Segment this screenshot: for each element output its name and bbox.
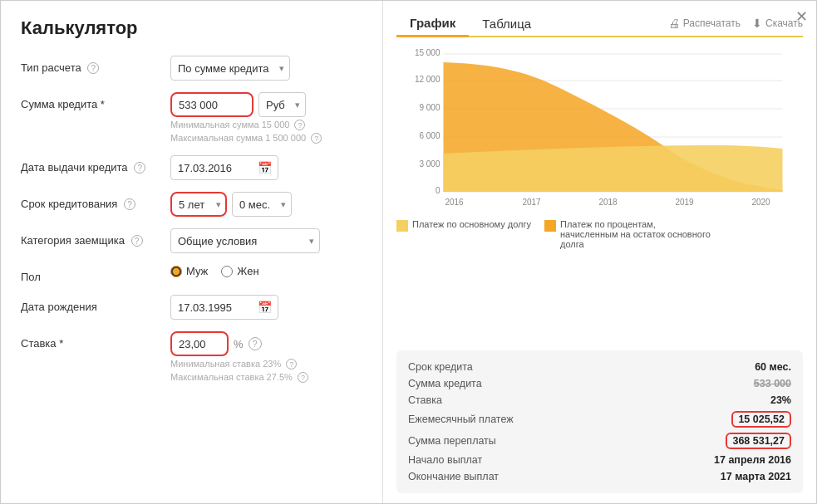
row-issue-date: Дата выдачи кредита ? 📅 — [21, 155, 362, 180]
control-loan-amount: Руб Минимальная сумма 15 000 ? Максималь… — [170, 92, 362, 144]
control-category: Общие условия — [170, 228, 362, 253]
svg-text:12 000: 12 000 — [415, 75, 440, 84]
print-button[interactable]: 🖨 Распечатать — [668, 17, 741, 30]
left-panel: Калькулятор Тип расчета ? По сумме креди… — [1, 1, 383, 503]
summary-row-1: Сумма кредита 533 000 — [408, 375, 791, 392]
label-issue-date: Дата выдачи кредита ? — [21, 155, 170, 174]
select-years[interactable]: 5 лет 1 лет 2 лет 3 лет 4 лет — [170, 192, 227, 217]
summary-label-5: Начало выплат — [408, 454, 482, 466]
issue-date-input[interactable] — [170, 155, 278, 180]
summary-label-4: Сумма переплаты — [408, 435, 496, 447]
row-calc-type: Тип расчета ? По сумме кредита — [21, 56, 362, 81]
label-birthdate: Дата рождения — [21, 295, 170, 313]
main-container: Калькулятор Тип расчета ? По сумме креди… — [0, 0, 817, 504]
label-calc-type: Тип расчета ? — [21, 56, 170, 74]
svg-text:6 000: 6 000 — [419, 131, 440, 140]
select-wrapper-years: 5 лет 1 лет 2 лет 3 лет 4 лет — [170, 192, 227, 217]
label-gender: Пол — [21, 265, 170, 283]
select-calc-type[interactable]: По сумме кредита — [170, 56, 290, 81]
radio-female[interactable]: Жен — [221, 265, 258, 277]
select-months[interactable]: 0 мес. — [232, 192, 292, 217]
hint-max-rate: Максимальная ставка 27.5% ? — [170, 372, 362, 383]
download-icon: ⬇ — [752, 17, 762, 30]
tab-chart[interactable]: График — [396, 11, 469, 37]
term-row: 5 лет 1 лет 2 лет 3 лет 4 лет 0 мес. — [170, 192, 362, 217]
tabs-row: График Таблица 🖨 Распечатать ⬇ Скачать — [396, 11, 803, 37]
legend-color-principal — [396, 220, 408, 232]
select-wrapper-currency: Руб — [258, 92, 306, 117]
help-icon-max-amount[interactable]: ? — [311, 133, 322, 144]
summary-value-4: 368 531,27 — [726, 433, 791, 449]
currency-row: Руб — [170, 92, 362, 117]
summary-value-6: 17 марта 2021 — [721, 471, 791, 482]
legend-row: Платеж по основному долгу Платеж по проц… — [396, 219, 803, 249]
label-rate: Ставка * — [21, 331, 170, 350]
control-birthdate: 📅 — [170, 295, 362, 320]
svg-text:2020: 2020 — [751, 198, 770, 207]
svg-text:2018: 2018 — [598, 198, 618, 207]
control-term: 5 лет 1 лет 2 лет 3 лет 4 лет 0 мес. — [170, 192, 362, 217]
legend-item-interest: Платеж по процентам, начисленным на оста… — [544, 219, 711, 249]
summary-value-2: 23% — [770, 394, 791, 406]
summary-row-2: Ставка 23% — [408, 392, 791, 409]
help-icon-rate-min[interactable]: ? — [286, 359, 297, 369]
label-category: Категория заемщика ? — [21, 228, 170, 247]
date-input-wrapper-issue: 📅 — [170, 155, 278, 180]
loan-amount-input[interactable] — [170, 92, 253, 117]
radio-male[interactable]: Муж — [170, 265, 208, 277]
row-category: Категория заемщика ? Общие условия — [21, 228, 362, 253]
hint-max-amount: Максимальная сумма 1 500 000 ? — [170, 133, 362, 144]
chart-svg: 15 000 12 000 9 000 6 000 3 000 0 2016 — [396, 46, 803, 212]
select-wrapper-calc-type: По сумме кредита — [170, 56, 290, 81]
tab-table[interactable]: Таблица — [469, 12, 544, 36]
percent-symbol: % — [234, 338, 244, 350]
close-button[interactable]: ✕ — [795, 7, 808, 26]
row-gender: Пол Муж Жен — [21, 265, 362, 283]
legend-color-interest — [544, 220, 556, 232]
summary-label-1: Сумма кредита — [408, 378, 482, 389]
summary-label-0: Срок кредита — [408, 361, 473, 373]
control-calc-type: По сумме кредита — [170, 56, 362, 81]
help-icon-category[interactable]: ? — [131, 235, 143, 247]
panel-title: Калькулятор — [21, 17, 362, 39]
svg-text:0: 0 — [436, 186, 440, 195]
help-icon-issue-date[interactable]: ? — [134, 162, 145, 174]
summary-row-4: Сумма переплаты 368 531,27 — [408, 430, 791, 452]
help-icon-rate[interactable]: ? — [249, 337, 262, 350]
help-icon-term[interactable]: ? — [124, 198, 135, 210]
tab-actions: 🖨 Распечатать ⬇ Скачать — [668, 17, 803, 30]
radio-male-input[interactable] — [170, 266, 182, 277]
rate-input[interactable] — [170, 331, 229, 356]
select-currency[interactable]: Руб — [258, 92, 306, 117]
right-panel: ✕ График Таблица 🖨 Распечатать ⬇ Скачать… — [383, 1, 816, 503]
row-birthdate: Дата рождения 📅 — [21, 295, 362, 320]
help-icon-min-amount[interactable]: ? — [294, 120, 305, 130]
summary-table: Срок кредита 60 мес. Сумма кредита 533 0… — [396, 350, 803, 493]
select-category[interactable]: Общие условия — [170, 228, 320, 253]
svg-text:2019: 2019 — [675, 198, 694, 207]
select-wrapper-category: Общие условия — [170, 228, 320, 253]
summary-value-3: 15 025,52 — [731, 411, 791, 428]
birthdate-input[interactable] — [170, 295, 278, 320]
radio-female-input[interactable] — [221, 266, 233, 277]
label-term: Срок кредитования ? — [21, 192, 170, 210]
summary-row-3: Ежемесячный платеж 15 025,52 — [408, 409, 791, 430]
legend-item-principal: Платеж по основному долгу — [396, 219, 531, 249]
date-input-wrapper-birth: 📅 — [170, 295, 278, 320]
svg-text:3 000: 3 000 — [419, 159, 440, 169]
radio-group-gender: Муж Жен — [170, 265, 362, 277]
summary-label-2: Ставка — [408, 394, 442, 406]
svg-text:9 000: 9 000 — [419, 103, 440, 112]
summary-label-3: Ежемесячный платеж — [408, 413, 514, 425]
help-icon-rate-max[interactable]: ? — [298, 372, 308, 383]
summary-value-0: 60 мес. — [755, 361, 791, 373]
print-icon: 🖨 — [668, 17, 680, 30]
svg-text:15 000: 15 000 — [415, 48, 440, 57]
summary-value-1: 533 000 — [754, 378, 791, 389]
hint-min-amount: Минимальная сумма 15 000 ? — [170, 120, 362, 130]
select-wrapper-months: 0 мес. — [232, 192, 292, 217]
control-rate: % ? Минимальная ставка 23% ? Максимальна… — [170, 331, 362, 383]
chart-area: 15 000 12 000 9 000 6 000 3 000 0 2016 — [396, 46, 803, 344]
help-icon-calc-type[interactable]: ? — [87, 62, 99, 74]
row-loan-amount: Сумма кредита * Руб Минимальная сумма 15… — [21, 92, 362, 144]
